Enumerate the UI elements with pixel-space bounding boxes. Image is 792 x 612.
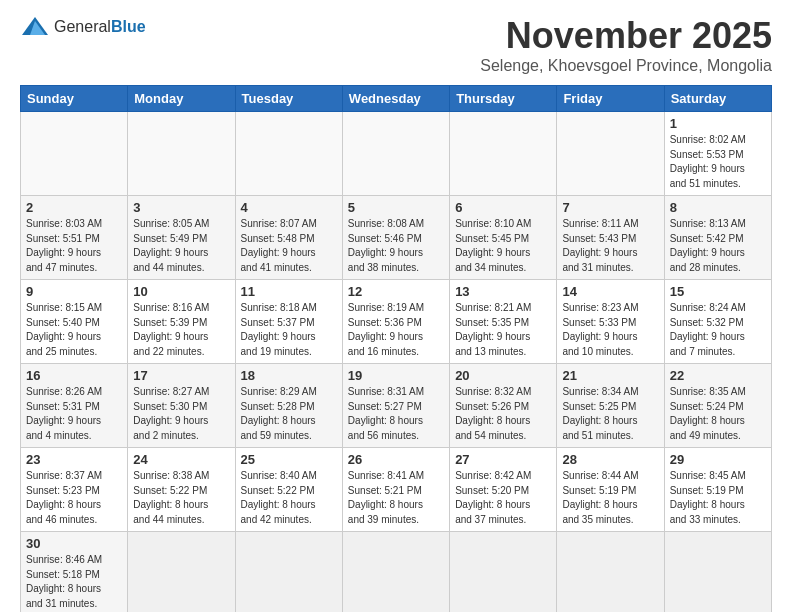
- col-friday: Friday: [557, 86, 664, 112]
- calendar-week-row: 9Sunrise: 8:15 AM Sunset: 5:40 PM Daylig…: [21, 280, 772, 364]
- day-info: Sunrise: 8:29 AM Sunset: 5:28 PM Dayligh…: [241, 385, 337, 443]
- calendar-week-row: 30Sunrise: 8:46 AM Sunset: 5:18 PM Dayli…: [21, 532, 772, 613]
- table-row: 8Sunrise: 8:13 AM Sunset: 5:42 PM Daylig…: [664, 196, 771, 280]
- table-row: 13Sunrise: 8:21 AM Sunset: 5:35 PM Dayli…: [450, 280, 557, 364]
- day-info: Sunrise: 8:40 AM Sunset: 5:22 PM Dayligh…: [241, 469, 337, 527]
- table-row: [21, 112, 128, 196]
- table-row: 12Sunrise: 8:19 AM Sunset: 5:36 PM Dayli…: [342, 280, 449, 364]
- table-row: 9Sunrise: 8:15 AM Sunset: 5:40 PM Daylig…: [21, 280, 128, 364]
- day-info: Sunrise: 8:05 AM Sunset: 5:49 PM Dayligh…: [133, 217, 229, 275]
- day-info: Sunrise: 8:32 AM Sunset: 5:26 PM Dayligh…: [455, 385, 551, 443]
- day-info: Sunrise: 8:23 AM Sunset: 5:33 PM Dayligh…: [562, 301, 658, 359]
- day-info: Sunrise: 8:26 AM Sunset: 5:31 PM Dayligh…: [26, 385, 122, 443]
- day-number: 25: [241, 452, 337, 467]
- calendar-header: Sunday Monday Tuesday Wednesday Thursday…: [21, 86, 772, 112]
- table-row: [664, 532, 771, 613]
- day-info: Sunrise: 8:13 AM Sunset: 5:42 PM Dayligh…: [670, 217, 766, 275]
- table-row: [450, 112, 557, 196]
- day-number: 16: [26, 368, 122, 383]
- calendar-body: 1Sunrise: 8:02 AM Sunset: 5:53 PM Daylig…: [21, 112, 772, 613]
- day-number: 23: [26, 452, 122, 467]
- day-number: 4: [241, 200, 337, 215]
- col-sunday: Sunday: [21, 86, 128, 112]
- day-info: Sunrise: 8:46 AM Sunset: 5:18 PM Dayligh…: [26, 553, 122, 611]
- table-row: 23Sunrise: 8:37 AM Sunset: 5:23 PM Dayli…: [21, 448, 128, 532]
- day-number: 13: [455, 284, 551, 299]
- day-info: Sunrise: 8:37 AM Sunset: 5:23 PM Dayligh…: [26, 469, 122, 527]
- subtitle: Selenge, Khoevsgoel Province, Mongolia: [480, 57, 772, 75]
- col-thursday: Thursday: [450, 86, 557, 112]
- table-row: [557, 112, 664, 196]
- day-info: Sunrise: 8:21 AM Sunset: 5:35 PM Dayligh…: [455, 301, 551, 359]
- day-number: 20: [455, 368, 551, 383]
- day-info: Sunrise: 8:45 AM Sunset: 5:19 PM Dayligh…: [670, 469, 766, 527]
- month-title: November 2025: [480, 15, 772, 57]
- table-row: 7Sunrise: 8:11 AM Sunset: 5:43 PM Daylig…: [557, 196, 664, 280]
- day-number: 7: [562, 200, 658, 215]
- table-row: [557, 532, 664, 613]
- calendar-week-row: 2Sunrise: 8:03 AM Sunset: 5:51 PM Daylig…: [21, 196, 772, 280]
- table-row: [128, 112, 235, 196]
- table-row: 2Sunrise: 8:03 AM Sunset: 5:51 PM Daylig…: [21, 196, 128, 280]
- day-info: Sunrise: 8:15 AM Sunset: 5:40 PM Dayligh…: [26, 301, 122, 359]
- col-tuesday: Tuesday: [235, 86, 342, 112]
- day-info: Sunrise: 8:11 AM Sunset: 5:43 PM Dayligh…: [562, 217, 658, 275]
- table-row: 14Sunrise: 8:23 AM Sunset: 5:33 PM Dayli…: [557, 280, 664, 364]
- day-info: Sunrise: 8:44 AM Sunset: 5:19 PM Dayligh…: [562, 469, 658, 527]
- calendar-week-row: 1Sunrise: 8:02 AM Sunset: 5:53 PM Daylig…: [21, 112, 772, 196]
- day-number: 19: [348, 368, 444, 383]
- day-info: Sunrise: 8:34 AM Sunset: 5:25 PM Dayligh…: [562, 385, 658, 443]
- day-info: Sunrise: 8:19 AM Sunset: 5:36 PM Dayligh…: [348, 301, 444, 359]
- table-row: 21Sunrise: 8:34 AM Sunset: 5:25 PM Dayli…: [557, 364, 664, 448]
- calendar-table: Sunday Monday Tuesday Wednesday Thursday…: [20, 85, 772, 612]
- day-info: Sunrise: 8:31 AM Sunset: 5:27 PM Dayligh…: [348, 385, 444, 443]
- logo-text: GeneralBlue: [54, 18, 146, 36]
- table-row: 19Sunrise: 8:31 AM Sunset: 5:27 PM Dayli…: [342, 364, 449, 448]
- table-row: 18Sunrise: 8:29 AM Sunset: 5:28 PM Dayli…: [235, 364, 342, 448]
- title-block: November 2025 Selenge, Khoevsgoel Provin…: [480, 15, 772, 75]
- table-row: 17Sunrise: 8:27 AM Sunset: 5:30 PM Dayli…: [128, 364, 235, 448]
- table-row: [235, 112, 342, 196]
- day-number: 22: [670, 368, 766, 383]
- day-info: Sunrise: 8:03 AM Sunset: 5:51 PM Dayligh…: [26, 217, 122, 275]
- day-number: 24: [133, 452, 229, 467]
- day-info: Sunrise: 8:16 AM Sunset: 5:39 PM Dayligh…: [133, 301, 229, 359]
- table-row: 15Sunrise: 8:24 AM Sunset: 5:32 PM Dayli…: [664, 280, 771, 364]
- table-row: 28Sunrise: 8:44 AM Sunset: 5:19 PM Dayli…: [557, 448, 664, 532]
- day-number: 2: [26, 200, 122, 215]
- col-monday: Monday: [128, 86, 235, 112]
- day-number: 3: [133, 200, 229, 215]
- table-row: 26Sunrise: 8:41 AM Sunset: 5:21 PM Dayli…: [342, 448, 449, 532]
- table-row: [235, 532, 342, 613]
- day-number: 5: [348, 200, 444, 215]
- day-info: Sunrise: 8:08 AM Sunset: 5:46 PM Dayligh…: [348, 217, 444, 275]
- calendar-week-row: 16Sunrise: 8:26 AM Sunset: 5:31 PM Dayli…: [21, 364, 772, 448]
- day-info: Sunrise: 8:35 AM Sunset: 5:24 PM Dayligh…: [670, 385, 766, 443]
- day-number: 10: [133, 284, 229, 299]
- day-info: Sunrise: 8:02 AM Sunset: 5:53 PM Dayligh…: [670, 133, 766, 191]
- logo: GeneralBlue: [20, 15, 146, 39]
- day-number: 17: [133, 368, 229, 383]
- day-number: 9: [26, 284, 122, 299]
- day-info: Sunrise: 8:38 AM Sunset: 5:22 PM Dayligh…: [133, 469, 229, 527]
- day-number: 6: [455, 200, 551, 215]
- day-info: Sunrise: 8:07 AM Sunset: 5:48 PM Dayligh…: [241, 217, 337, 275]
- day-number: 15: [670, 284, 766, 299]
- table-row: 20Sunrise: 8:32 AM Sunset: 5:26 PM Dayli…: [450, 364, 557, 448]
- day-number: 26: [348, 452, 444, 467]
- col-wednesday: Wednesday: [342, 86, 449, 112]
- table-row: 29Sunrise: 8:45 AM Sunset: 5:19 PM Dayli…: [664, 448, 771, 532]
- day-number: 14: [562, 284, 658, 299]
- header: GeneralBlue November 2025 Selenge, Khoev…: [20, 15, 772, 75]
- day-number: 18: [241, 368, 337, 383]
- table-row: 30Sunrise: 8:46 AM Sunset: 5:18 PM Dayli…: [21, 532, 128, 613]
- day-info: Sunrise: 8:42 AM Sunset: 5:20 PM Dayligh…: [455, 469, 551, 527]
- table-row: 25Sunrise: 8:40 AM Sunset: 5:22 PM Dayli…: [235, 448, 342, 532]
- day-info: Sunrise: 8:24 AM Sunset: 5:32 PM Dayligh…: [670, 301, 766, 359]
- table-row: 11Sunrise: 8:18 AM Sunset: 5:37 PM Dayli…: [235, 280, 342, 364]
- table-row: [128, 532, 235, 613]
- calendar-week-row: 23Sunrise: 8:37 AM Sunset: 5:23 PM Dayli…: [21, 448, 772, 532]
- table-row: [342, 532, 449, 613]
- table-row: 5Sunrise: 8:08 AM Sunset: 5:46 PM Daylig…: [342, 196, 449, 280]
- table-row: 1Sunrise: 8:02 AM Sunset: 5:53 PM Daylig…: [664, 112, 771, 196]
